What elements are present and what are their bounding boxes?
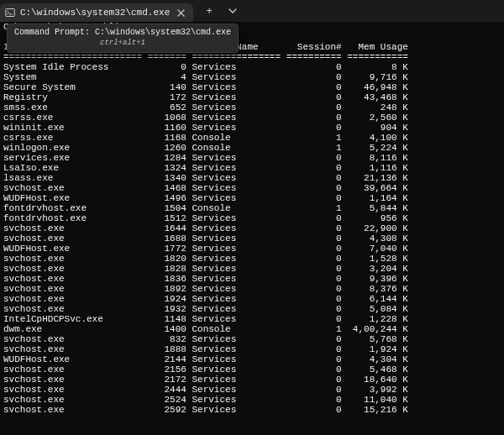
terminal-tab[interactable]: C:\windows\system32\cmd.exe: [0, 3, 193, 22]
close-tab-button[interactable]: [175, 7, 186, 18]
tab-tooltip: Command Prompt: C:\windows\system32\cmd.…: [7, 24, 239, 53]
tab-dropdown-button[interactable]: [225, 3, 240, 18]
close-icon: [177, 9, 185, 17]
tab-strip-controls: +: [193, 0, 240, 22]
tooltip-title: Command Prompt: C:\windows\system32\cmd.…: [14, 28, 231, 38]
svg-rect-0: [6, 9, 15, 17]
new-tab-button[interactable]: +: [202, 3, 217, 18]
tooltip-shortcut: ctrl+alt+1: [14, 39, 231, 48]
chevron-down-icon: [228, 7, 237, 15]
tab-title: C:\windows\system32\cmd.exe: [20, 8, 170, 18]
title-bar: C:\windows\system32\cmd.exe +: [0, 0, 504, 22]
cmd-icon: [5, 8, 15, 18]
terminal-output[interactable]: C:\Users\mkart>tasklist Image Name PID S…: [0, 22, 504, 435]
